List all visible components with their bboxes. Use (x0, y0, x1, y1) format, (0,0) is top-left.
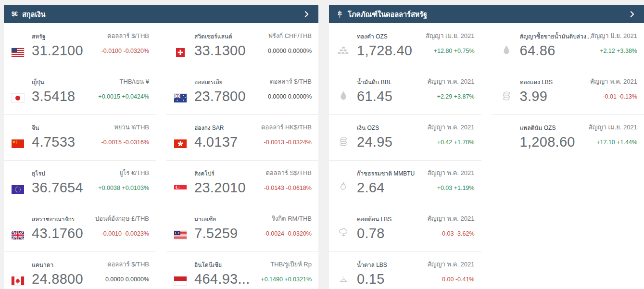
quote-cell[interactable]: เงิน OZS24.95สัญญา พ.ค. 2021+0.42 +1.70% (329, 114, 481, 160)
flag-my-icon (174, 231, 194, 239)
flame-icon (337, 180, 357, 194)
quote-cell[interactable]: สัญญาซื้อขายน้ำมันดิบล่วง...64.86สัญญา ม… (492, 23, 644, 69)
quote-cell[interactable]: คอตต้อน LBS0.78สัญญา พ.ค. 2021-0.03 -3.6… (329, 206, 481, 251)
quote-value: 464.93... (194, 272, 261, 287)
quote-name: สหราชอาณาจักร (32, 214, 95, 224)
quote-value: 31.2100 (32, 43, 101, 59)
quote-name: แพลตินัม OZS (520, 123, 589, 133)
quote-unit-label: ฟรังก์ CHF/THB (268, 31, 312, 41)
chevron-right-icon[interactable] (628, 10, 636, 18)
quote-unit-label: THB/เยน ¥ (98, 76, 149, 87)
quote-change: +2.12 +3.38% (591, 48, 637, 54)
commodities-panel-title: โภคภัณฑ์ในดอลลาร์สหรัฐ (348, 9, 623, 20)
currencies-panel-header[interactable]: $€ สกุลเงิน (4, 5, 318, 23)
quote-cell[interactable]: ญี่ปุ่น3.5418THB/เยน ¥+0.0015 +0.0424% (4, 69, 156, 114)
quote-cell[interactable]: น้ำตาล LBS0.15สัญญา พ.ค. 20210.00 -0.41% (329, 251, 481, 289)
quote-cell[interactable]: น้ำมันดิบ BBL61.45สัญญา พ.ค. 2021+2.29 +… (329, 69, 481, 114)
quote-name: สวิตเซอร์แลนด์ (194, 32, 268, 41)
quote-change: +0.0015 +0.0424% (98, 93, 149, 100)
commodities-panel: โภคภัณฑ์ในดอลลาร์สหรัฐ ทองคำ OZS1,728.40… (329, 5, 644, 289)
quote-cell[interactable]: ก๊าซธรรมชาติ MMBTU2.64สัญญา พ.ค. 2021+0.… (329, 160, 481, 206)
flag-hk-icon (174, 139, 194, 148)
quote-unit-label: THB/รูเปียห์ Rp (261, 259, 312, 270)
quote-cell[interactable]: ทองแดง LBS3.99สัญญา พ.ค. 2021-0.01 -0.13… (492, 69, 644, 114)
quote-change: +2.29 +3.87% (427, 93, 474, 100)
coins-stack-icon (337, 135, 357, 148)
quote-change: +17.10 +1.44% (589, 139, 637, 146)
quote-cell[interactable]: ฮ่องกง SAR4.0137ดอลลาร์ HK$/THB-0.0013 -… (166, 114, 318, 160)
oil-drop-icon (337, 89, 357, 102)
commodities-grid: ทองคำ OZS1,728.40สัญญา เม.ย. 2021+12.80 … (329, 23, 644, 289)
quote-value: 2.64 (357, 180, 427, 196)
quote-cell[interactable]: จีน4.7533หยวน ¥/THB-0.0015 -0.0316% (4, 114, 156, 160)
commodities-panel-header[interactable]: โภคภัณฑ์ในดอลลาร์สหรัฐ (329, 5, 644, 23)
quote-name: สิงคโปร์ (194, 169, 264, 178)
quote-name: แคนาดา (32, 260, 105, 270)
quote-name: ก๊าซธรรมชาติ MMBTU (357, 169, 427, 178)
quote-cell[interactable]: แคนาดา24.8800ดอลลาร์ $/THB0.0000 0.0000% (4, 251, 156, 289)
quote-name: น้ำมันดิบ BBL (357, 77, 427, 87)
quote-change: -0.0024 -0.0320% (264, 230, 312, 237)
quote-cell[interactable]: สวิตเซอร์แลนด์33.1300ฟรังก์ CHF/THB0.000… (166, 23, 318, 69)
quote-value: 33.1300 (194, 43, 268, 59)
quote-cell[interactable]: มาเลเซีย7.5259ริงกิต RM/THB-0.0024 -0.03… (166, 206, 318, 251)
quote-value: 0.78 (357, 226, 427, 241)
quote-unit-label: สัญญา พ.ค. 2021 (427, 259, 474, 270)
sugar-icon (337, 272, 357, 285)
quote-cell[interactable]: อินโดนีเซีย464.93...THB/รูเปียห์ Rp+0.14… (166, 251, 318, 289)
quote-name: ทองคำ OZS (357, 32, 426, 41)
quote-unit-label: หยวน ¥/THB (101, 122, 149, 133)
quote-name: มาเลเซีย (194, 214, 264, 224)
oil-drop-icon (500, 43, 520, 57)
quote-cell[interactable]: ทองคำ OZS1,728.40สัญญา เม.ย. 2021+12.80 … (329, 23, 481, 69)
quote-value: 0.15 (357, 272, 427, 287)
gold-bars-icon (337, 43, 357, 57)
quote-cell[interactable]: แพลตินัม OZS1,208.60สัญญา เม.ย. 2021+17.… (492, 114, 644, 160)
quote-change: 0.0000 0.0000% (268, 93, 312, 100)
quote-unit-label: สัญญา พ.ค. 2021 (427, 76, 474, 87)
currencies-panel: $€ สกุลเงิน สหรัฐ31.2100ดอลลาร์ $/THB-0.… (4, 5, 318, 289)
quote-name: ออสเตรเลีย (194, 77, 268, 87)
currency-dollar-euro-icon: $€ (12, 11, 17, 17)
quote-value: 24.95 (357, 135, 427, 150)
quote-value: 64.86 (520, 43, 591, 59)
quote-unit-label: สัญญา พ.ค. 2021 (590, 76, 637, 87)
quote-value: 4.0137 (194, 135, 261, 150)
quote-value: 1,208.60 (520, 135, 589, 150)
flag-gb-icon (12, 231, 32, 239)
empty-cell (492, 251, 644, 289)
quote-change: +0.42 +1.70% (427, 139, 474, 146)
flag-ch-icon (174, 48, 194, 57)
quote-name: ญี่ปุ่น (32, 77, 98, 87)
quote-unit-label: สัญญา มิ.ย. 2021 (591, 31, 637, 41)
quote-change: +12.80 +0.75% (426, 48, 474, 54)
quote-value: 23.7800 (194, 89, 268, 104)
quote-cell[interactable]: สหราชอาณาจักร43.1760ปอนด์อังกฤษ £/THB-0.… (4, 206, 156, 251)
quote-change: +0.03 +1.19% (427, 185, 474, 191)
quote-cell[interactable]: สิงคโปร์23.2010ดอลลาร์ S$/THB-0.0143 -0.… (166, 160, 318, 206)
quote-unit-label: ริงกิต RM/THB (264, 214, 312, 224)
quote-change: -0.0010 -0.0023% (95, 230, 149, 237)
coins-stack-icon (500, 89, 520, 102)
flag-ca-icon (12, 276, 32, 285)
empty-cell (492, 206, 644, 251)
quote-change: -0.0013 -0.0324% (261, 139, 312, 146)
quote-change: 0.0000 0.0000% (105, 276, 149, 283)
flag-id-icon (174, 276, 194, 285)
quote-cell[interactable]: ยุโรป36.7654ยูโร €/THB+0.0038 +0.0103% (4, 160, 156, 206)
quote-name: จีน (32, 123, 101, 133)
quote-value: 4.7533 (32, 135, 101, 150)
quote-change: -0.0143 -0.0618% (264, 185, 312, 191)
flag-eu-icon (12, 185, 32, 194)
quote-value: 43.1760 (32, 226, 95, 241)
quote-value: 36.7654 (32, 180, 98, 196)
quote-cell[interactable]: ออสเตรเลีย23.7800ดอลลาร์ $/THB0.0000 0.0… (166, 69, 318, 114)
quote-unit-label: ดอลลาร์ $/THB (268, 76, 312, 87)
quote-change: -0.0100 -0.0320% (101, 48, 149, 54)
quote-change: -0.0015 -0.0316% (101, 139, 149, 146)
quote-unit-label: สัญญา เม.ย. 2021 (589, 122, 637, 133)
quote-change: 0.00 -0.41% (427, 276, 474, 283)
chevron-right-icon[interactable] (303, 10, 311, 18)
quote-cell[interactable]: สหรัฐ31.2100ดอลลาร์ $/THB-0.0100 -0.0320… (4, 23, 156, 69)
quote-name: เงิน OZS (357, 123, 427, 133)
